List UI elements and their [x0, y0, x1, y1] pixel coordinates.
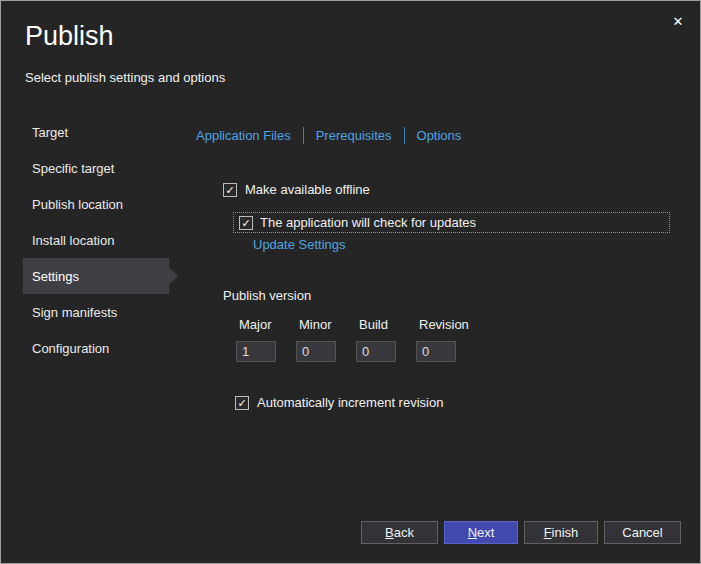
tab-options[interactable]: Options: [417, 128, 462, 143]
version-field-major: Major: [236, 317, 296, 362]
publish-dialog: ✕ Publish Select publish settings and op…: [0, 0, 701, 564]
version-field-build: Build: [356, 317, 416, 362]
back-label: ack: [394, 525, 414, 540]
version-field-revision: Revision: [416, 317, 476, 362]
check-icon: ✓: [225, 184, 234, 196]
finish-mnemonic: F: [544, 525, 552, 540]
updates-checkbox-row[interactable]: ✓ The application will check for updates: [233, 212, 670, 233]
updates-checkbox[interactable]: ✓: [239, 216, 253, 230]
cancel-button[interactable]: Cancel: [604, 521, 681, 544]
next-mnemonic: N: [468, 525, 477, 540]
sidebar-item-configuration[interactable]: Configuration: [23, 330, 169, 366]
sidebar-item-settings[interactable]: Settings: [23, 258, 169, 294]
revision-input[interactable]: [416, 341, 456, 362]
update-settings-link[interactable]: Update Settings: [253, 237, 346, 252]
sidebar-item-sign-manifests[interactable]: Sign manifests: [23, 294, 169, 330]
sidebar-item-target[interactable]: Target: [23, 114, 169, 150]
revision-label: Revision: [419, 317, 476, 332]
offline-checkbox-label: Make available offline: [245, 182, 370, 197]
back-mnemonic: B: [385, 525, 394, 540]
next-button[interactable]: Next: [444, 521, 518, 544]
next-label: ext: [477, 525, 494, 540]
check-icon: ✓: [237, 397, 246, 409]
build-label: Build: [359, 317, 416, 332]
back-button[interactable]: Back: [361, 521, 438, 544]
close-icon[interactable]: ✕: [666, 9, 690, 33]
major-input[interactable]: [236, 341, 276, 362]
publish-version-label: Publish version: [223, 288, 311, 303]
settings-tabs: Application Files Prerequisites Options: [196, 127, 461, 144]
check-icon: ✓: [241, 217, 250, 229]
increment-checkbox-label: Automatically increment revision: [257, 395, 443, 410]
build-input[interactable]: [356, 341, 396, 362]
minor-input[interactable]: [296, 341, 336, 362]
offline-checkbox-row: ✓ Make available offline: [223, 182, 370, 197]
finish-button[interactable]: Finish: [524, 521, 598, 544]
sidebar: Target Specific target Publish location …: [23, 114, 169, 366]
sidebar-item-publish-location[interactable]: Publish location: [23, 186, 169, 222]
tab-application-files[interactable]: Application Files: [196, 128, 291, 143]
page-title: Publish: [25, 21, 114, 52]
publish-version-grid: Major Minor Build Revision: [236, 317, 476, 362]
increment-checkbox[interactable]: ✓: [235, 396, 249, 410]
updates-checkbox-label: The application will check for updates: [260, 215, 476, 230]
page-subtitle: Select publish settings and options: [25, 70, 225, 85]
major-label: Major: [239, 317, 296, 332]
tab-separator: [303, 127, 304, 144]
sidebar-item-install-location[interactable]: Install location: [23, 222, 169, 258]
sidebar-item-specific-target[interactable]: Specific target: [23, 150, 169, 186]
cancel-label: Cancel: [622, 525, 662, 540]
increment-checkbox-row: ✓ Automatically increment revision: [235, 395, 443, 410]
tab-separator: [404, 127, 405, 144]
offline-checkbox[interactable]: ✓: [223, 183, 237, 197]
minor-label: Minor: [299, 317, 356, 332]
finish-label: inish: [552, 525, 579, 540]
tab-prerequisites[interactable]: Prerequisites: [316, 128, 392, 143]
version-field-minor: Minor: [296, 317, 356, 362]
